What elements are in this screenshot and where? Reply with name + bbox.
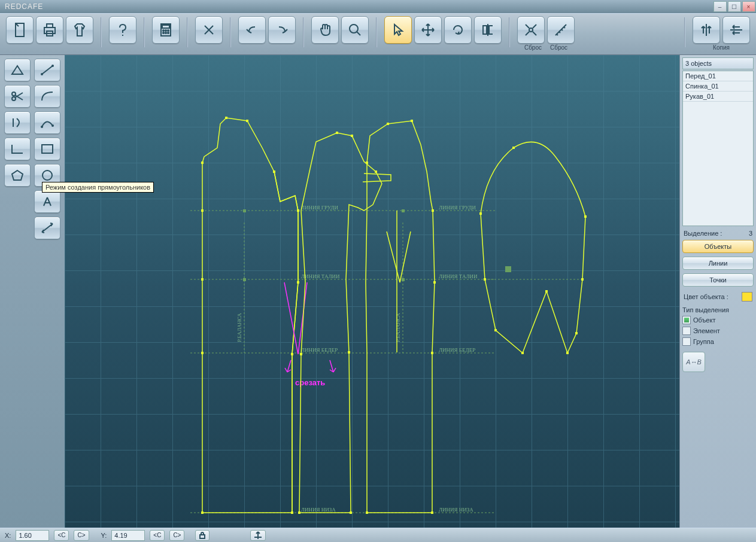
y-next-button[interactable]: C> — [169, 530, 184, 541]
dimension-tool[interactable] — [34, 217, 60, 239]
scissors-tool[interactable] — [4, 85, 31, 108]
svg-text:ЛИНИЯ  ГРУДИ: ЛИНИЯ ГРУДИ — [439, 205, 476, 211]
origin-button[interactable] — [250, 530, 266, 541]
list-item[interactable]: Спинка_01 — [683, 81, 753, 92]
svg-rect-45 — [291, 511, 293, 514]
delete-button[interactable] — [195, 16, 223, 44]
svg-rect-77 — [243, 209, 246, 212]
cb-object[interactable] — [682, 316, 691, 324]
help-button[interactable] — [109, 16, 136, 44]
svg-rect-64 — [512, 147, 515, 149]
svg-rect-58 — [432, 209, 434, 212]
rotate-button[interactable] — [444, 16, 472, 44]
cb-group[interactable] — [682, 337, 691, 346]
minimize-button[interactable]: – — [714, 1, 727, 12]
svg-point-20 — [42, 170, 52, 180]
text-tool[interactable] — [34, 190, 60, 213]
copy-mirror-v-button[interactable] — [693, 16, 720, 44]
rectangle-tool[interactable] — [34, 138, 60, 160]
y-value[interactable]: 4.19 — [111, 530, 145, 541]
redo-button[interactable] — [268, 16, 296, 44]
x-value[interactable]: 1.60 — [16, 530, 49, 541]
svg-rect-79 — [402, 209, 405, 212]
svg-text:Р.БАЛАНСА: Р.БАЛАНСА — [236, 313, 242, 342]
svg-text:срезать: срезать — [295, 378, 325, 387]
seltype-label: Тип выделения — [682, 303, 754, 315]
x-prev-button[interactable]: <C — [54, 530, 69, 541]
svg-rect-56 — [387, 123, 389, 125]
measure-button[interactable] — [547, 16, 575, 44]
lock-button[interactable] — [195, 530, 210, 541]
svg-rect-49 — [246, 120, 248, 122]
svg-rect-48 — [297, 209, 299, 212]
svg-point-18 — [51, 124, 54, 127]
ab-swap-button[interactable]: A↔B — [682, 352, 705, 372]
svg-rect-51 — [273, 170, 275, 173]
cb-object-label: Объект — [693, 316, 715, 324]
canvas[interactable]: ЛИНИЯ ГРУДИ ЛИНИЯ ГРУДИ ЛИНИЯ ТАЛИИ ЛИНИ… — [65, 55, 679, 528]
close-button[interactable]: × — [742, 1, 755, 12]
list-item[interactable]: Перед_01 — [683, 71, 753, 81]
svg-rect-72 — [575, 332, 578, 334]
left-toolbox — [0, 55, 65, 528]
select-button[interactable] — [384, 16, 412, 44]
parallel-tool[interactable] — [4, 111, 31, 134]
undo-button[interactable] — [238, 16, 266, 44]
objects-button[interactable]: Объекты — [682, 240, 754, 253]
svg-rect-50 — [225, 117, 227, 119]
svg-text:ЛИНИЯ  НИЗА: ЛИНИЯ НИЗА — [301, 507, 336, 513]
lines-button[interactable]: Линии — [682, 257, 754, 270]
svg-point-10 — [168, 32, 169, 34]
polygon-tool[interactable] — [4, 164, 31, 187]
svg-rect-54 — [375, 170, 377, 173]
svg-rect-75 — [298, 511, 300, 514]
svg-rect-76 — [300, 353, 302, 355]
svg-text:ЛИНИЯ  БЕДЕР: ЛИНИЯ БЕДЕР — [301, 347, 338, 353]
svg-rect-4 — [162, 25, 169, 28]
svg-rect-47 — [297, 281, 299, 284]
curve-tool[interactable] — [34, 111, 60, 134]
corner-tool[interactable] — [4, 138, 31, 160]
x-label: X: — [5, 532, 11, 539]
svg-rect-42 — [201, 278, 204, 281]
garment-button[interactable] — [66, 16, 93, 44]
points-button[interactable]: Точки — [682, 273, 754, 287]
objects-list[interactable]: Перед_01 Спинка_01 Рукав_01 — [682, 71, 754, 226]
color-label: Цвет объекта : — [684, 293, 728, 300]
new-file-button[interactable] — [6, 16, 34, 44]
copy-label: Копия — [713, 45, 730, 51]
svg-text:ЛИНИЯ  БЕДЕР: ЛИНИЯ БЕДЕР — [439, 347, 475, 353]
y-prev-button[interactable]: <C — [150, 530, 165, 541]
snap-button[interactable] — [517, 16, 545, 44]
print-button[interactable] — [36, 16, 63, 44]
svg-rect-74 — [350, 511, 352, 514]
svg-rect-68 — [494, 329, 497, 331]
svg-rect-43 — [201, 352, 204, 354]
mirror-button[interactable] — [474, 16, 502, 44]
svg-point-14 — [51, 65, 54, 67]
pan-button[interactable] — [311, 16, 339, 44]
svg-text:ЛИНИЯ  ГРУДИ: ЛИНИЯ ГРУДИ — [301, 205, 338, 211]
move-button[interactable] — [414, 16, 442, 44]
svg-point-5 — [163, 30, 164, 31]
zoom-button[interactable] — [341, 16, 369, 44]
svg-text:ЛИНИЯ  ТАЛИИ: ЛИНИЯ ТАЛИИ — [301, 273, 340, 279]
maximize-button[interactable]: ☐ — [728, 1, 741, 12]
svg-rect-66 — [484, 278, 486, 281]
app-title: REDCAFE — [5, 2, 43, 11]
svg-rect-46 — [291, 353, 293, 355]
reset1-label: Сброс — [524, 45, 542, 51]
selection-count: 3 — [749, 230, 752, 237]
line-tool[interactable] — [34, 59, 60, 81]
list-item[interactable]: Рукав_01 — [683, 92, 753, 102]
angle-tool[interactable] — [4, 59, 31, 81]
cb-element[interactable] — [682, 327, 691, 335]
x-next-button[interactable]: C> — [74, 530, 89, 541]
pattern-drawing: ЛИНИЯ ГРУДИ ЛИНИЯ ГРУДИ ЛИНИЯ ТАЛИИ ЛИНИ… — [65, 55, 679, 528]
svg-rect-60 — [431, 352, 433, 354]
calculator-button[interactable] — [152, 16, 180, 44]
arc-tool[interactable] — [34, 85, 60, 108]
object-color-swatch[interactable] — [742, 292, 752, 302]
copy-mirror-h-button[interactable] — [722, 16, 750, 44]
objects-count-header: 3 objects — [682, 57, 754, 69]
